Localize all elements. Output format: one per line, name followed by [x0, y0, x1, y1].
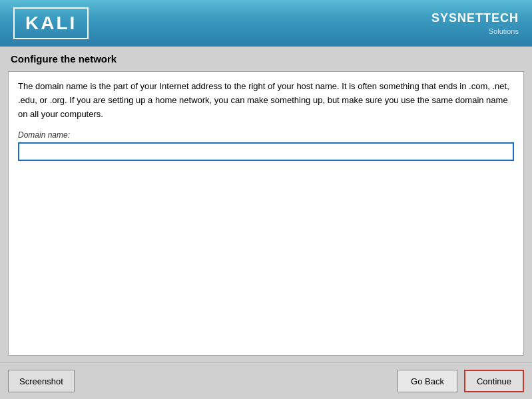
- domain-input[interactable]: [18, 142, 514, 161]
- continue-button[interactable]: Continue: [464, 370, 524, 392]
- footer-right-buttons: Go Back Continue: [398, 370, 524, 392]
- sysnettech-logo: SYSNETTECH Solutions: [431, 11, 519, 36]
- go-back-button[interactable]: Go Back: [398, 370, 457, 392]
- screenshot-button[interactable]: Screenshot: [8, 370, 75, 392]
- kali-logo: KALI: [13, 7, 89, 39]
- footer: Screenshot Go Back Continue: [0, 362, 532, 399]
- brand-sub: Solutions: [431, 27, 519, 36]
- content-box: The domain name is the part of your Inte…: [8, 71, 524, 356]
- description-text: The domain name is the part of your Inte…: [18, 80, 514, 121]
- domain-label: Domain name:: [18, 130, 514, 140]
- main-content: Configure the network The domain name is…: [0, 47, 532, 362]
- brand-name: SYSNETTECH: [431, 11, 519, 26]
- kali-logo-text: KALI: [25, 13, 77, 33]
- header: KALI SYSNETTECH Solutions: [0, 0, 532, 47]
- page-title: Configure the network: [8, 53, 524, 65]
